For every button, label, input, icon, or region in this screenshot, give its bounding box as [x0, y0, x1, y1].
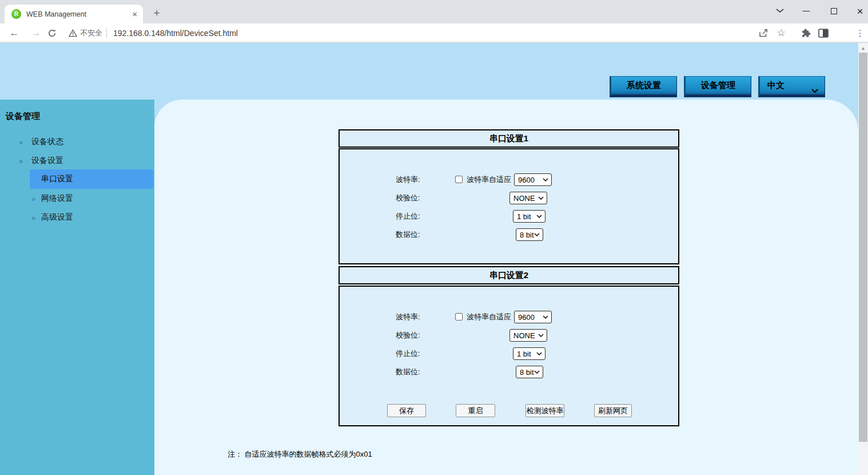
- panel2-header: 串口设置2: [339, 266, 679, 284]
- tab-title: WEB Management: [26, 10, 128, 18]
- sidebar-item-device-settings[interactable]: 设备设置: [31, 155, 63, 167]
- stop-bit-select[interactable]: 1 bit: [513, 347, 546, 360]
- reload-icon[interactable]: [45, 23, 59, 42]
- refresh-page-button[interactable]: 刷新网页: [594, 404, 632, 417]
- data-bit-row: 数据位: 8 bit: [340, 366, 678, 378]
- tab-web-management[interactable]: R WEB Management ×: [5, 5, 143, 23]
- tab-close-icon[interactable]: ×: [132, 10, 137, 18]
- dropdown-chevron-icon: [811, 85, 818, 95]
- scrollbar-thumb[interactable]: [859, 53, 867, 442]
- content-area: 串口设置1 波特率: 波特率自适应 9600 校验位: NONE: [154, 100, 858, 475]
- minimize-icon: [803, 11, 810, 11]
- baud-auto-label: 波特率自适应: [467, 173, 511, 186]
- baud-rate-label: 波特率:: [396, 173, 420, 186]
- favicon: R: [11, 9, 21, 19]
- new-tab-icon: +: [153, 7, 160, 19]
- stop-bit-value: 1 bit: [517, 212, 531, 221]
- nav-arrow-icon: »: [19, 136, 23, 148]
- maximize-icon: [831, 8, 837, 14]
- nav-arrow-icon: »: [19, 155, 23, 167]
- note-text: 注： 自适应波特率的数据帧格式必须为0x01: [228, 449, 372, 460]
- baud-rate-value: 9600: [518, 176, 535, 184]
- data-bit-label: 数据位:: [396, 366, 420, 378]
- data-bit-value: 8 bit: [520, 368, 534, 377]
- scrollbar[interactable]: ▲: [858, 43, 868, 475]
- menu-icon[interactable]: ⋮: [855, 23, 865, 42]
- nav-arrow-icon: »: [31, 193, 35, 204]
- page-banner: 系统设置 设备管理 中文 串口设置1 波特率: 波特率自适应 960: [0, 43, 868, 475]
- panel1-header: 串口设置1: [339, 129, 679, 148]
- security-warning-icon[interactable]: [67, 23, 78, 42]
- data-bit-select[interactable]: 8 bit: [516, 366, 543, 378]
- data-bit-select[interactable]: 8 bit: [516, 228, 543, 241]
- parity-select[interactable]: NONE: [509, 329, 547, 342]
- action-button-row: 保存 重启 检测波特率 刷新网页: [340, 404, 678, 417]
- maximize-button[interactable]: [827, 2, 841, 19]
- sidebar-item-network-settings[interactable]: 网络设置: [41, 193, 73, 204]
- stop-bit-select[interactable]: 1 bit: [513, 210, 546, 223]
- stop-bit-label: 停止位:: [396, 347, 420, 360]
- parity-row: 校验位: NONE: [340, 192, 678, 204]
- share-icon[interactable]: [757, 23, 770, 42]
- baud-rate-row: 波特率: 波特率自适应 9600: [340, 311, 678, 323]
- scroll-up-icon[interactable]: ▲: [858, 45, 868, 52]
- baud-auto-checkbox[interactable]: [455, 176, 463, 183]
- parity-row: 校验位: NONE: [340, 329, 678, 342]
- security-label[interactable]: 不安全: [80, 23, 102, 42]
- star-icon[interactable]: ☆: [775, 23, 787, 42]
- parity-value: NONE: [513, 331, 535, 340]
- sidebar: 设备管理 » 设备状态 » 设备设置 串口设置 » 网络设置 » 高级设置: [0, 100, 154, 475]
- baud-rate-select[interactable]: 9600: [514, 311, 552, 323]
- baud-rate-label: 波特率:: [396, 311, 420, 323]
- nav-arrow-icon: »: [31, 212, 35, 223]
- stop-bit-value: 1 bit: [517, 350, 531, 358]
- stop-bit-label: 停止位:: [396, 210, 420, 223]
- tab-search-chevron-icon[interactable]: [773, 2, 787, 19]
- parity-label: 校验位:: [396, 329, 420, 342]
- address-divider: [106, 29, 107, 38]
- parity-value: NONE: [513, 194, 535, 203]
- save-button[interactable]: 保存: [387, 404, 426, 417]
- nav-device-management-button[interactable]: 设备管理: [684, 76, 751, 97]
- baud-rate-select[interactable]: 9600: [514, 173, 552, 186]
- sidebar-item-device-status[interactable]: 设备状态: [31, 136, 63, 148]
- language-select[interactable]: 中文: [758, 76, 825, 97]
- baud-auto-checkbox[interactable]: [455, 313, 463, 320]
- data-bit-value: 8 bit: [520, 231, 534, 239]
- nav-device-management-label: 设备管理: [701, 80, 735, 91]
- stop-bit-row: 停止位: 1 bit: [340, 347, 678, 360]
- data-bit-label: 数据位:: [396, 228, 420, 241]
- tab-strip: R WEB Management × + ×: [0, 0, 868, 23]
- panel2-title: 串口设置2: [489, 270, 528, 281]
- sidebar-item-advanced-settings[interactable]: 高级设置: [41, 212, 73, 223]
- extensions-icon[interactable]: [799, 23, 812, 42]
- restart-button[interactable]: 重启: [456, 404, 495, 417]
- panel2-body: 波特率: 波特率自适应 9600 校验位: NONE 停止: [339, 286, 679, 426]
- minimize-button[interactable]: [799, 2, 813, 19]
- sidebar-title: 设备管理: [6, 111, 40, 122]
- new-tab-button[interactable]: +: [149, 5, 165, 21]
- url-field[interactable]: 192.168.0.148/html/DeviceSet.html: [113, 23, 238, 42]
- parity-select[interactable]: NONE: [509, 192, 547, 204]
- browser-window: R WEB Management × + × ← → 不安全 192.168.0…: [0, 0, 868, 475]
- back-icon[interactable]: ←: [7, 23, 22, 42]
- panel1-body: 波特率: 波特率自适应 9600 校验位: NONE 停止: [339, 148, 679, 264]
- browser-toolbar: ← → 不安全 192.168.0.148/html/DeviceSet.htm…: [0, 23, 868, 42]
- baud-rate-value: 9600: [518, 313, 535, 322]
- close-button[interactable]: ×: [853, 2, 867, 19]
- detect-baud-button[interactable]: 检测波特率: [525, 404, 564, 417]
- side-panel-icon[interactable]: [817, 23, 830, 42]
- language-value: 中文: [767, 80, 785, 91]
- sidebar-item-serial-settings[interactable]: 串口设置: [30, 169, 153, 189]
- baud-rate-row: 波特率: 波特率自适应 9600: [340, 173, 678, 186]
- forward-icon[interactable]: →: [29, 23, 43, 42]
- parity-label: 校验位:: [396, 192, 420, 204]
- panel1-title: 串口设置1: [489, 133, 528, 144]
- data-bit-row: 数据位: 8 bit: [340, 228, 678, 241]
- nav-system-settings-label: 系统设置: [627, 80, 661, 91]
- stop-bit-row: 停止位: 1 bit: [340, 210, 678, 223]
- nav-system-settings-button[interactable]: 系统设置: [610, 76, 677, 97]
- baud-auto-label: 波特率自适应: [467, 311, 511, 323]
